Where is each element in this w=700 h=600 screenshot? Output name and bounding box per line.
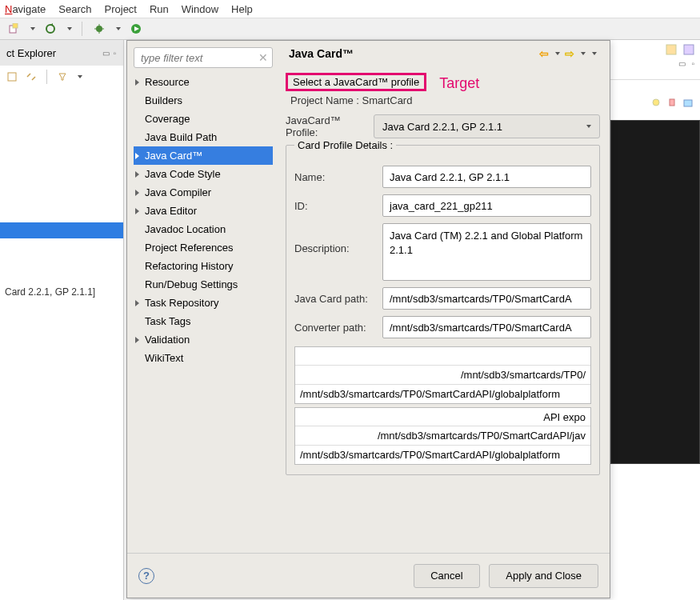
dialog-footer: ? Cancel Apply and Close	[127, 553, 610, 598]
jc-path-field[interactable]: /mnt/sdb3/smartcards/TP0/SmartCardA	[382, 287, 591, 310]
separator	[46, 70, 47, 84]
tree-item[interactable]: Java Build Path	[134, 128, 273, 146]
cancel-button[interactable]: Cancel	[414, 564, 479, 588]
tree-item[interactable]: Run/Debug Settings	[134, 275, 273, 294]
tree-item[interactable]: Java Editor	[134, 202, 273, 220]
menu-project[interactable]: Project	[105, 3, 137, 15]
tree-item[interactable]: Validation	[134, 330, 273, 349]
conv-path-label: Converter path:	[294, 322, 374, 334]
menu-help[interactable]: Help	[231, 3, 253, 15]
svg-rect-7	[8, 73, 16, 81]
dropdown-icon[interactable]	[581, 52, 586, 55]
minimize-icon[interactable]: ▭	[678, 59, 686, 68]
menu-navigate[interactable]: Navigate	[5, 3, 46, 15]
project-explorer: ct Explorer ▭ ▫ Card 2.2.1, GP 2.1.1]	[0, 40, 124, 600]
tree-item[interactable]: Builders	[134, 91, 273, 110]
forward-icon[interactable]: ⇨	[565, 47, 574, 60]
right-editor-area: ▭ ▫	[610, 40, 700, 600]
tree-item[interactable]: WikiText	[134, 349, 273, 367]
new-icon[interactable]	[6, 22, 21, 36]
dropdown-icon[interactable]	[67, 27, 72, 30]
dropdown-icon[interactable]	[30, 27, 35, 30]
pin-icon[interactable]	[666, 98, 678, 109]
dropdown-icon[interactable]	[555, 52, 560, 55]
main-toolbar	[0, 18, 700, 40]
id-field[interactable]: java_card_221_gp211	[382, 194, 591, 217]
svg-rect-11	[670, 99, 674, 106]
desc-label: Description:	[294, 223, 374, 254]
desc-field[interactable]: Java Card (TM) 2.2.1 and Global Platform…	[382, 223, 591, 281]
svg-rect-12	[684, 100, 692, 106]
profile-combo[interactable]: Java Card 2.2.1, GP 2.1.1	[374, 114, 600, 138]
tree-item[interactable]: Resource	[134, 73, 273, 91]
svg-point-10	[653, 99, 659, 106]
tree-item[interactable]: Javadoc Location	[134, 220, 273, 238]
name-field[interactable]: Java Card 2.2.1, GP 2.1.1	[382, 166, 591, 188]
svg-rect-9	[684, 45, 694, 54]
tree-item[interactable]: Task Tags	[134, 312, 273, 330]
java-perspective-icon[interactable]	[682, 43, 695, 56]
right-toolbar: ▭ ▫	[610, 40, 700, 80]
properties-tree[interactable]: ResourceBuildersCoverageJava Build PathJ…	[134, 73, 273, 367]
tree-item-label[interactable]: Card 2.2.1, GP 2.1.1]	[3, 286, 120, 298]
project-name-label: Project Name : SmartCard	[286, 94, 600, 106]
path-item[interactable]: /mnt/sdb3/smartcards/TP0/SmartCardAPI/ja…	[300, 430, 586, 442]
refresh-icon[interactable]	[43, 22, 58, 36]
apply-close-button[interactable]: Apply and Close	[489, 564, 598, 588]
nav-arrows: ⇦ ⇨	[539, 47, 597, 60]
tree-item[interactable]: Coverage	[134, 110, 273, 128]
run-icon[interactable]	[129, 22, 143, 36]
profile-label: JavaCard™ Profile:	[286, 114, 366, 138]
filter-input[interactable]	[134, 47, 273, 68]
menu-run[interactable]: Run	[150, 3, 169, 15]
path-item[interactable]: /mnt/sdb3/smartcards/TP0/	[300, 369, 586, 381]
help-icon[interactable]: ?	[138, 568, 154, 584]
path-list-2[interactable]: API expo /mnt/sdb3/smartcards/TP0/SmartC…	[294, 407, 591, 465]
tree-item[interactable]: Java Code Style	[134, 165, 273, 183]
dropdown-icon[interactable]	[116, 27, 121, 30]
lightbulb-icon[interactable]	[650, 98, 662, 109]
link-icon[interactable]	[26, 71, 37, 82]
page-subtitle: Select a JavaCard™ profile	[293, 76, 419, 88]
path-list-1[interactable]: /mnt/sdb3/smartcards/TP0/ /mnt/sdb3/smar…	[294, 346, 591, 404]
jc-path-label: Java Card path:	[294, 293, 374, 305]
properties-tree-panel: ✕ ResourceBuildersCoverageJava Build Pat…	[127, 41, 279, 553]
explorer-tree[interactable]: Card 2.2.1, GP 2.1.1]	[0, 88, 123, 600]
dropdown-icon[interactable]	[592, 52, 597, 55]
menu-window[interactable]: Window	[182, 3, 218, 15]
properties-page: Java Card™ ⇦ ⇨ Select a JavaCard™ profil…	[279, 41, 610, 553]
chevron-down-icon	[586, 125, 591, 128]
explorer-title: ct Explorer	[6, 47, 56, 59]
tree-selection[interactable]	[0, 222, 123, 238]
view-icon[interactable]	[682, 98, 694, 109]
svg-point-2	[46, 25, 54, 33]
profile-value: Java Card 2.2.1, GP 2.1.1	[382, 121, 502, 133]
tree-item[interactable]: Project References	[134, 238, 273, 257]
path-item[interactable]: /mnt/sdb3/smartcards/TP0/SmartCardAPI/gl…	[300, 449, 560, 461]
conv-path-field[interactable]: /mnt/sdb3/smartcards/TP0/SmartCardA	[382, 316, 591, 338]
details-legend: Card Profile Details :	[294, 139, 396, 151]
filter-icon[interactable]	[57, 71, 68, 82]
explorer-toolbar	[0, 66, 123, 88]
maximize-icon[interactable]: ▫	[691, 59, 695, 68]
tree-item[interactable]: Refactoring History	[134, 257, 273, 275]
perspective-icon[interactable]	[665, 43, 678, 56]
dropdown-icon[interactable]	[78, 75, 82, 78]
path-header: API expo	[300, 411, 586, 423]
tree-item[interactable]: Task Repository	[134, 294, 273, 312]
collapse-icon[interactable]	[6, 71, 18, 82]
menu-search[interactable]: Search	[58, 3, 91, 15]
editor-dark-area	[610, 120, 700, 464]
subtitle-highlight: Select a JavaCard™ profile	[286, 73, 426, 91]
tree-item[interactable]: Java Card™	[134, 146, 273, 165]
debug-icon[interactable]	[92, 22, 106, 36]
svg-rect-1	[13, 23, 18, 28]
back-icon[interactable]: ⇦	[539, 47, 549, 60]
path-item[interactable]: /mnt/sdb3/smartcards/TP0/SmartCardAPI/gl…	[300, 388, 560, 400]
page-title: Java Card™	[289, 47, 354, 60]
clear-icon[interactable]: ✕	[258, 51, 268, 64]
svg-rect-8	[666, 45, 676, 54]
name-label: Name:	[294, 171, 374, 183]
minimize-icon[interactable]: ▭ ▫	[102, 49, 117, 58]
tree-item[interactable]: Java Compiler	[134, 183, 273, 202]
